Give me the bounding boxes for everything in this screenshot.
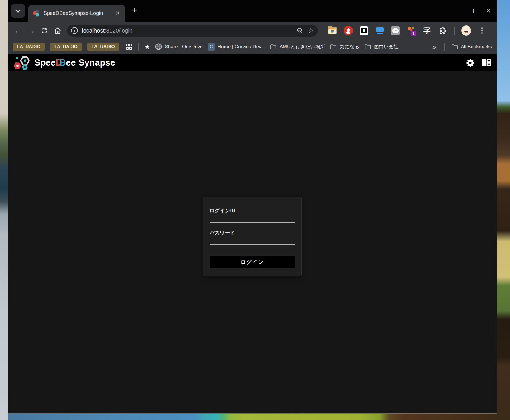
gear-icon (466, 58, 475, 67)
url-host: localhost (82, 27, 105, 34)
three-dot-menu-icon (481, 27, 483, 34)
bookmark-folder-omoshiroi[interactable]: 面白い会社 (364, 43, 398, 50)
extensions-puzzle-icon[interactable] (438, 26, 448, 35)
bookmarks-separator (444, 43, 445, 51)
adblock-hand-extension-icon[interactable] (343, 26, 353, 35)
password-input[interactable] (210, 236, 295, 245)
folder-icon (330, 43, 337, 50)
bookmark-label: 面白い会社 (374, 43, 398, 50)
url-path: :8120/login (105, 27, 133, 34)
tab-close-icon[interactable]: ✕ (114, 9, 121, 17)
close-button[interactable]: ✕ (480, 0, 497, 22)
bookmarks-bar: FA_RADIO FA_RADIO FA_RADIO ★ Share - One… (8, 39, 497, 54)
browser-menu-button[interactable] (477, 26, 487, 35)
bookmark-label: 気になる (340, 43, 359, 50)
extension-badge: 1 (411, 31, 416, 36)
zoom-out-icon[interactable] (296, 27, 304, 34)
new-tab-button[interactable]: + (129, 5, 139, 17)
settings-button[interactable] (466, 58, 475, 68)
maximize-icon (470, 9, 474, 13)
login-id-input[interactable] (210, 214, 295, 223)
home-button[interactable] (51, 24, 64, 37)
site-info-icon[interactable]: i (71, 27, 78, 34)
login-id-label: ログインID (210, 207, 295, 214)
window-controls: — ✕ (447, 0, 497, 22)
tab-search-button[interactable] (11, 4, 25, 18)
apps-grid-icon[interactable] (126, 44, 132, 50)
bookmarks-overflow-chevron[interactable]: » (430, 43, 438, 51)
speedbee-favicon-icon (33, 9, 40, 17)
bookmark-corvina[interactable]: C Home | Corvina Dev... (208, 43, 265, 51)
login-button[interactable]: ログイン (210, 256, 295, 268)
folder-icon (364, 43, 371, 50)
bookmark-pill-fa-radio-2[interactable]: FA_RADIO (50, 43, 82, 51)
browser-tab[interactable]: SpeeDBeeSynapse-Login ✕ (28, 5, 125, 22)
titlebar: SpeeDBeeSynapse-Login ✕ + — ✕ (8, 0, 497, 22)
bookmarks-separator (138, 43, 139, 51)
image-downloader-extension-icon[interactable] (328, 26, 337, 35)
login-card: ログインID パスワード ログイン (203, 197, 302, 276)
maximize-button[interactable] (463, 0, 480, 22)
manual-button[interactable] (482, 58, 491, 68)
corvina-c-icon: C (208, 43, 215, 51)
avatar-face-icon (461, 25, 471, 36)
subtitle-extension-icon[interactable]: 字 (422, 26, 432, 35)
book-icon (482, 58, 491, 67)
black-square-extension-icon[interactable] (359, 26, 369, 35)
back-button[interactable]: ← (11, 24, 25, 37)
toolbar-separator (454, 27, 455, 35)
browser-window: SpeeDBeeSynapse-Login ✕ + — ✕ ← → i loca… (8, 0, 497, 414)
reload-icon (41, 27, 48, 34)
reload-button[interactable] (38, 24, 51, 37)
puzzle-icon (439, 27, 447, 35)
all-bookmarks-label: All Bookmarks (461, 44, 492, 50)
bookmark-label: AMUと行きたい場所 (279, 43, 325, 50)
desktop-wallpaper-left (0, 0, 8, 420)
login-id-field-group: ログインID (210, 207, 295, 223)
page-content: ログインID パスワード ログイン (8, 71, 497, 413)
bookmark-label: Home | Corvina Dev... (218, 44, 265, 50)
tab-title: SpeeDBeeSynapse-Login (44, 10, 114, 16)
desktop-wallpaper-right (497, 0, 510, 420)
address-bar[interactable]: i localhost:8120/login ☆ (67, 25, 318, 37)
profile-avatar[interactable] (461, 26, 471, 35)
blue-screen-extension-icon[interactable] (375, 26, 385, 35)
globe-icon (155, 43, 162, 50)
chevron-down-icon (16, 8, 21, 13)
password-label: パスワード (210, 229, 295, 236)
all-bookmarks-button[interactable]: All Bookmarks (451, 43, 492, 50)
bookmark-pill-fa-radio-1[interactable]: FA_RADIO (13, 43, 45, 51)
bookmark-folder-kininaru[interactable]: 気になる (330, 43, 359, 50)
extensions-row: LINE 1 字 (328, 26, 487, 35)
minimize-button[interactable]: — (447, 0, 463, 22)
page-viewport: SpeeDBeeSynapse (8, 54, 497, 413)
bookmark-folder-amu[interactable]: AMUと行きたい場所 (270, 43, 325, 50)
forward-button[interactable]: → (25, 24, 38, 37)
brand-title: SpeeDBeeSynapse (34, 58, 115, 68)
desktop-wallpaper-bottom (8, 414, 497, 420)
home-icon (54, 27, 62, 35)
speedbee-logo-icon (13, 55, 31, 70)
url-text: localhost:8120/login (82, 27, 133, 34)
password-field-group: パスワード (210, 229, 295, 245)
bookmark-star-icon[interactable]: ☆ (308, 27, 314, 35)
app-header: SpeeDBeeSynapse (8, 54, 497, 71)
bookmark-pill-fa-radio-3[interactable]: FA_RADIO (87, 43, 119, 51)
folder-icon (270, 43, 277, 50)
bookmark-label: Share - OneDrive (165, 44, 202, 50)
browser-toolbar: ← → i localhost:8120/login ☆ (8, 22, 497, 39)
notification-extension-icon[interactable]: 1 (406, 26, 416, 35)
line-extension-icon[interactable]: LINE (391, 26, 400, 35)
bookmark-onedrive[interactable]: Share - OneDrive (155, 43, 202, 50)
folder-icon (451, 43, 458, 50)
starred-bookmark-icon[interactable]: ★ (145, 43, 150, 51)
